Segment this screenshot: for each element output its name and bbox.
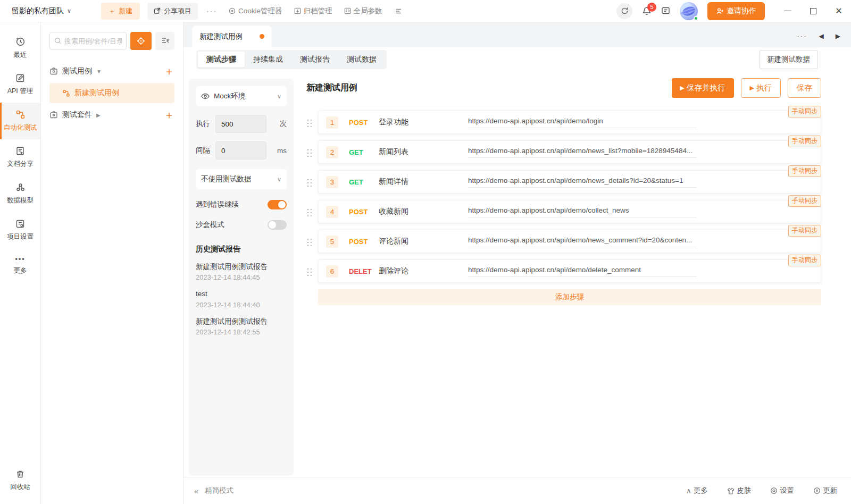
step-card[interactable]: 4 POST 收藏新闻 https://demo-api.apipost.cn/… — [318, 200, 821, 223]
add-step-button[interactable]: 添加步骤 — [318, 289, 821, 305]
drag-handle-icon[interactable] — [306, 148, 313, 157]
step-url-input[interactable]: https://demo-api.apipost.cn/api/demo/log… — [468, 117, 697, 128]
global-params-button[interactable]: 全局参数 — [344, 6, 382, 16]
step-name[interactable]: 新闻列表 — [379, 147, 468, 157]
play-icon: ▶ — [680, 85, 685, 91]
sync-mode-badge[interactable]: 手动同步 — [788, 225, 821, 237]
tab-forward-button[interactable]: ▶ — [836, 32, 840, 40]
run-button[interactable]: ▶ 执行 — [741, 78, 781, 98]
maximize-button[interactable] — [808, 6, 818, 16]
step-url-input[interactable]: https://demo-api.apipost.cn/api/demo/col… — [468, 206, 697, 217]
step-name[interactable]: 新闻详情 — [379, 177, 468, 187]
sandbox-mode-toggle[interactable] — [268, 220, 287, 230]
settings-button[interactable]: 设置 — [770, 486, 794, 495]
team-name: 留影的私有团队 — [12, 6, 64, 16]
tree-group-test-suites[interactable]: 测试套件 ▶ ＋ — [49, 104, 174, 125]
sync-mode-badge[interactable]: 手动同步 — [788, 165, 821, 177]
feedback-button[interactable] — [661, 6, 670, 15]
continue-on-error-toggle[interactable] — [268, 200, 287, 209]
update-button[interactable]: 更新 — [813, 486, 837, 495]
save-button[interactable]: 保存 — [788, 78, 821, 98]
history-report-item[interactable]: 新建测试用例测试报告 2023-12-14 18:42:55 — [196, 316, 287, 336]
step-url-input[interactable]: https://demo-api.apipost.cn/api/demo/new… — [468, 177, 697, 188]
more-button[interactable]: ∧ 更多 — [686, 486, 708, 495]
invite-collaborate-button[interactable]: 邀请协作 — [707, 2, 765, 20]
step-card[interactable]: 6 DELET 删除评论 https://demo-api.apipost.cn… — [318, 259, 821, 283]
sidebar-item-data-model[interactable]: 数据模型 — [0, 175, 40, 212]
env-select[interactable]: Mock环境 ∨ — [196, 86, 287, 106]
skin-button[interactable]: 皮肤 — [727, 486, 751, 495]
subtab[interactable]: 测试步骤 — [198, 52, 245, 68]
bottom-bar: « 精简模式 ∧ 更多 皮肤 设置 — [183, 477, 851, 504]
sidebar-item-recent[interactable]: 最近 — [0, 30, 40, 66]
sync-button[interactable] — [616, 3, 632, 19]
drag-handle-icon[interactable] — [306, 237, 313, 246]
sidebar-item-api-manage[interactable]: API 管理 — [0, 66, 40, 103]
tree-group-test-cases[interactable]: 测试用例 ▼ ＋ — [49, 61, 174, 82]
step-row: 2 GET 新闻列表 https://demo-api.apipost.cn/a… — [306, 140, 821, 164]
save-and-run-button[interactable]: ▶ 保存并执行 — [672, 78, 734, 98]
share-project-button[interactable]: 分享项目 — [147, 3, 198, 20]
drag-handle-icon[interactable] — [306, 118, 313, 127]
minimize-button[interactable] — [783, 6, 792, 16]
sidebar-item-automation-test[interactable]: 自动化测试 — [0, 103, 40, 139]
nav-sidebar: 最近 API 管理 自动化测试 文档分享 数据模型 — [0, 22, 41, 504]
sidebar-item-trash[interactable]: 回收站 — [0, 463, 40, 499]
tree-item-selected-case[interactable]: 新建测试用例 — [49, 83, 174, 103]
collapse-all-button[interactable] — [155, 32, 174, 50]
step-card[interactable]: 3 GET 新闻详情 https://demo-api.apipost.cn/a… — [318, 170, 821, 194]
history-report-item[interactable]: 新建测试用例测试报告 2023-12-14 18:44:45 — [196, 262, 287, 281]
tab-more-button[interactable]: ··· — [797, 32, 807, 40]
locate-button[interactable] — [130, 32, 152, 50]
step-name[interactable]: 收藏新闻 — [379, 207, 468, 216]
step-name[interactable]: 评论新闻 — [379, 237, 468, 246]
drag-handle-icon[interactable] — [306, 207, 313, 216]
step-name[interactable]: 删除评论 — [379, 266, 468, 276]
step-card[interactable]: 2 GET 新闻列表 https://demo-api.apipost.cn/a… — [318, 140, 821, 164]
test-data-select[interactable]: 不使用测试数据 ∨ — [196, 169, 287, 189]
drag-handle-icon[interactable] — [306, 178, 313, 187]
close-button[interactable]: ✕ — [834, 6, 844, 16]
team-selector[interactable]: 留影的私有团队 ∨ — [12, 6, 71, 16]
cookie-manager-button[interactable]: Cookie管理器 — [229, 6, 282, 16]
step-url-input[interactable]: https://demo-api.apipost.cn/api/demo/new… — [468, 236, 697, 247]
notifications-button[interactable]: 5 — [642, 6, 652, 16]
flow-icon — [15, 110, 26, 120]
unsaved-dot — [260, 34, 264, 39]
avatar[interactable] — [680, 2, 698, 20]
topbar-more-button[interactable]: ··· — [206, 7, 217, 15]
search-input[interactable] — [64, 37, 122, 45]
new-test-data-button[interactable]: 新建测试数据 — [759, 50, 818, 69]
add-test-case-button[interactable]: ＋ — [164, 64, 174, 79]
sidebar-item-doc-share[interactable]: 文档分享 — [0, 139, 40, 175]
toolbar-list-button[interactable] — [394, 8, 402, 14]
history-report-item[interactable]: test 2023-12-14 18:44:40 — [196, 289, 287, 308]
subtab[interactable]: 测试报告 — [291, 52, 338, 68]
chevron-right-icon: ▶ — [96, 112, 101, 118]
sync-mode-badge[interactable]: 手动同步 — [788, 136, 821, 147]
step-card[interactable]: 1 POST 登录功能 https://demo-api.apipost.cn/… — [318, 111, 821, 134]
add-test-suite-button[interactable]: ＋ — [164, 108, 174, 122]
sidebar-item-more[interactable]: ••• 更多 — [0, 248, 40, 282]
exec-count-input[interactable] — [215, 115, 266, 133]
doc-tab-active[interactable]: 新建测试用例 — [192, 26, 272, 47]
archive-manager-button[interactable]: 归档管理 — [294, 6, 332, 16]
sync-mode-badge[interactable]: 手动同步 — [788, 255, 821, 266]
sidebar-item-project-settings[interactable]: 项目设置 — [0, 212, 40, 248]
compact-mode-toggle[interactable]: « 精简模式 — [194, 486, 233, 495]
tab-back-button[interactable]: ◀ — [819, 32, 824, 40]
subtab[interactable]: 持续集成 — [245, 52, 291, 68]
drag-handle-icon[interactable] — [306, 267, 313, 276]
sync-mode-badge[interactable]: 手动同步 — [788, 195, 821, 207]
interval-input[interactable] — [215, 141, 266, 159]
new-button[interactable]: ＋ 新建 — [101, 3, 140, 20]
step-row: 5 POST 评论新闻 https://demo-api.apipost.cn/… — [306, 230, 821, 253]
step-card[interactable]: 5 POST 评论新闻 https://demo-api.apipost.cn/… — [318, 230, 821, 253]
person-icon — [716, 7, 723, 15]
step-url-input[interactable]: https://demo-api.apipost.cn/api/demo/del… — [468, 266, 697, 277]
step-url-input[interactable]: https://demo-api.apipost.cn/api/demo/new… — [468, 147, 697, 158]
subtab[interactable]: 测试数据 — [338, 52, 385, 68]
step-name[interactable]: 登录功能 — [379, 117, 468, 127]
sync-mode-badge[interactable]: 手动同步 — [788, 106, 821, 117]
close-icon: ✕ — [835, 7, 842, 15]
